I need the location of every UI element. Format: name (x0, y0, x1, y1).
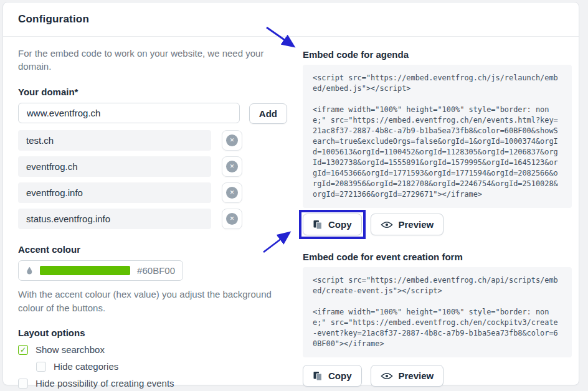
creation-button-row: Copy Preview (303, 365, 572, 387)
agenda-embed-code[interactable]: <script src="https://embed.eventfrog.ch/… (303, 65, 572, 208)
panel-header: Configuration (3, 2, 579, 37)
option-show-searchbox: ✓ Show searchbox (18, 344, 287, 355)
eye-icon (381, 372, 393, 380)
accent-hex-value: #60BF00 (137, 265, 175, 276)
creation-preview-button[interactable]: Preview (371, 365, 444, 387)
remove-domain-button[interactable]: ✕ (222, 156, 242, 177)
domain-name: eventfrog.info (18, 182, 211, 203)
page-title: Configuration (18, 13, 89, 26)
x-circle-icon: ✕ (226, 134, 238, 146)
domain-list-item: eventfrog.ch ✕ (18, 156, 242, 177)
checkbox-checked[interactable]: ✓ (18, 345, 28, 355)
domain-list: test.ch ✕ eventfrog.ch ✕ eventfrog.info … (18, 130, 242, 229)
option-label: Hide categories (54, 361, 118, 372)
intro-text: For the embed code to work on your websi… (18, 47, 287, 73)
accent-colour-label: Accent colour (18, 244, 287, 255)
option-label: Show searchbox (36, 344, 105, 355)
domain-list-item: status.eventfrog.info ✕ (18, 209, 242, 229)
checkbox-unchecked[interactable] (18, 379, 28, 389)
copy-icon (313, 371, 323, 381)
preview-button-label: Preview (399, 219, 434, 230)
x-circle-icon: ✕ (226, 187, 238, 199)
remove-domain-button[interactable]: ✕ (222, 130, 242, 151)
remove-domain-button[interactable]: ✕ (222, 209, 242, 229)
copy-icon (313, 220, 323, 230)
add-domain-button[interactable]: Add (249, 103, 287, 124)
layout-options-label: Layout options (18, 327, 287, 338)
domain-input-row: Add (18, 103, 287, 124)
domain-input[interactable] (18, 103, 240, 123)
eye-icon (381, 220, 393, 229)
configuration-panel: Configuration For the embed code to work… (2, 2, 579, 385)
domain-list-item: test.ch ✕ (18, 130, 242, 151)
panel-content: For the embed code to work on your websi… (3, 37, 579, 389)
option-hide-creating-events: Hide possibility of creating events (18, 378, 287, 389)
option-hide-categories: Hide categories (36, 361, 287, 372)
accent-colour-description: With the accent colour (hex value) you a… (18, 288, 290, 315)
droplet-icon (26, 266, 33, 275)
checkbox-unchecked[interactable] (36, 362, 46, 372)
domain-settings-column: For the embed code to work on your websi… (18, 37, 287, 389)
agenda-button-row: Copy Preview (303, 214, 572, 235)
domain-list-item: eventfrog.info ✕ (18, 182, 242, 203)
domain-name: status.eventfrog.info (18, 209, 211, 229)
copy-button-label: Copy (328, 219, 352, 230)
creation-copy-button[interactable]: Copy (303, 365, 362, 387)
accent-colour-swatch (40, 266, 131, 275)
copy-button-label: Copy (328, 370, 352, 381)
agenda-preview-button[interactable]: Preview (371, 214, 444, 235)
accent-colour-picker[interactable]: #60BF00 (18, 260, 183, 281)
agenda-heading: Embed code for agenda (303, 49, 572, 60)
domain-name: test.ch (18, 130, 211, 151)
x-circle-icon: ✕ (226, 213, 238, 225)
remove-domain-button[interactable]: ✕ (222, 182, 242, 203)
creation-form-embed-code[interactable]: <script src="https://embed.eventfrog.ch/… (303, 267, 572, 357)
x-circle-icon: ✕ (226, 161, 238, 172)
agenda-copy-button[interactable]: Copy (303, 214, 362, 235)
your-domain-label: Your domain* (18, 87, 287, 97)
option-label: Hide possibility of creating events (36, 378, 174, 389)
domain-name: eventfrog.ch (18, 156, 211, 177)
creation-form-heading: Embed code for event creation form (303, 252, 572, 262)
embed-code-column: Embed code for agenda <script src="https… (303, 37, 572, 389)
preview-button-label: Preview (399, 370, 434, 381)
